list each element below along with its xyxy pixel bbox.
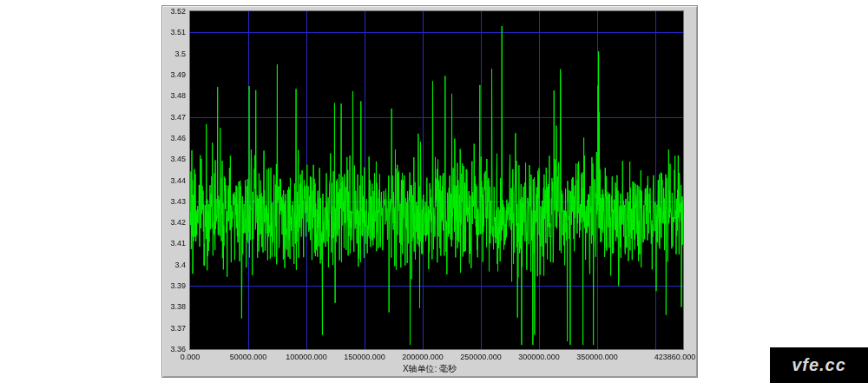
y-tick-label: 3.38 [162, 302, 186, 311]
x-tick-label: 350000.000 [576, 353, 618, 361]
x-tick-label: 423860.000 [654, 353, 696, 361]
y-tick-label: 3.4 [162, 261, 186, 269]
waveform-canvas [190, 11, 683, 349]
y-tick-label: 3.5 [162, 50, 186, 58]
x-tick-label: 100000.000 [286, 353, 327, 361]
y-tick-label: 3.43 [162, 197, 186, 206]
x-tick-label: 150000.000 [344, 353, 385, 361]
y-tick-label: 3.36 [162, 345, 186, 353]
watermark-text: vfe.cc [792, 355, 846, 375]
y-tick-label: 3.52 [162, 7, 186, 16]
x-tick-label: 250000.000 [460, 353, 502, 361]
y-tick-label: 3.41 [162, 239, 186, 248]
y-tick-label: 3.48 [162, 91, 186, 100]
y-tick-label: 3.39 [162, 281, 186, 290]
plot-area [189, 10, 684, 350]
waveform-panel: 3.523.513.53.493.483.473.463.453.443.433… [161, 5, 698, 378]
x-tick-label: 300000.000 [518, 353, 560, 361]
y-tick-label: 3.37 [162, 324, 186, 333]
x-tick-label: 0.000 [181, 353, 201, 361]
y-tick-label: 3.44 [162, 176, 186, 185]
x-tick-label: 50000.000 [230, 353, 267, 361]
y-tick-label: 3.45 [162, 155, 186, 163]
watermark: vfe.cc [770, 347, 868, 383]
y-tick-label: 3.51 [162, 28, 186, 36]
x-axis-unit-label: X轴单位: 毫秒 [162, 364, 697, 374]
y-tick-label: 3.47 [162, 113, 186, 122]
y-tick-label: 3.42 [162, 218, 186, 227]
y-tick-label: 3.46 [162, 134, 186, 142]
x-tick-label: 200000.000 [402, 353, 444, 361]
y-tick-label: 3.49 [162, 70, 186, 79]
